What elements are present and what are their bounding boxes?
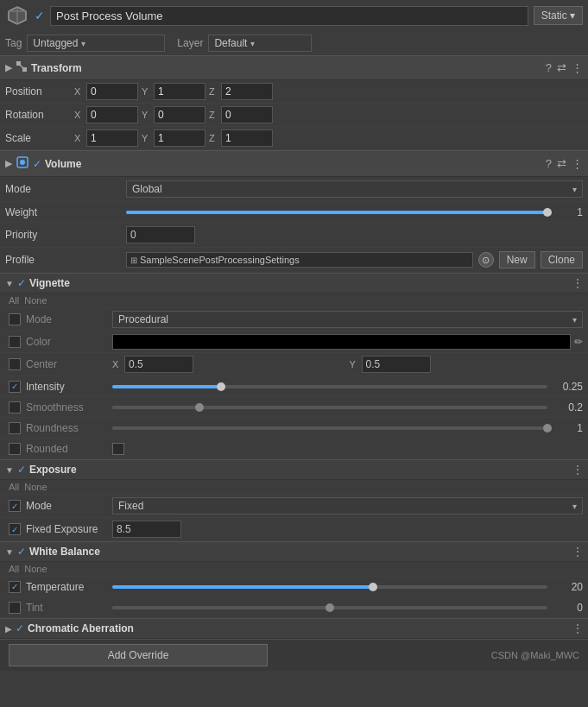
static-button[interactable]: Static ▾: [534, 6, 583, 25]
vignette-color-label: Color: [26, 336, 112, 348]
ca-arrow-icon[interactable]: ▶: [5, 624, 12, 634]
tag-value: Untagged: [33, 37, 78, 49]
transform-settings-icon[interactable]: ⇄: [557, 61, 566, 74]
transform-menu-icon[interactable]: ⋮: [572, 61, 583, 74]
fixed-exposure-input[interactable]: [112, 521, 181, 538]
vignette-none-label[interactable]: None: [24, 295, 47, 306]
vignette-intensity-checkbox[interactable]: [9, 381, 21, 393]
tag-dropdown[interactable]: Untagged ▾: [27, 35, 165, 52]
watermark: CSDN @Maki_MWC: [491, 650, 579, 660]
vignette-rounded-checkbox[interactable]: [9, 443, 21, 455]
vignette-center-checkbox[interactable]: [9, 358, 21, 370]
volume-menu-icon[interactable]: ⋮: [572, 157, 583, 170]
vignette-menu-icon[interactable]: ⋮: [572, 277, 583, 289]
vignette-mode-dropdown[interactable]: Procedural ▾: [112, 311, 583, 328]
roundness-slider[interactable]: [112, 426, 547, 430]
vignette-mode-checkbox[interactable]: [9, 313, 21, 325]
profile-circle-btn[interactable]: ⊙: [478, 252, 494, 268]
volume-collapse-icon[interactable]: ▶: [5, 158, 12, 169]
temperature-checkbox[interactable]: [9, 581, 21, 593]
vignette-roundness-checkbox[interactable]: [9, 422, 21, 434]
exposure-arrow-icon[interactable]: ▼: [5, 465, 14, 475]
exposure-mode-dropdown[interactable]: Fixed ▾: [112, 497, 583, 514]
vignette-color-checkbox[interactable]: [9, 336, 21, 348]
pos-x-input[interactable]: [86, 83, 138, 100]
fixed-exposure-checkbox[interactable]: [9, 523, 21, 535]
ca-checkbox[interactable]: ✓: [16, 622, 24, 634]
profile-new-button[interactable]: New: [499, 251, 535, 268]
white-balance-header: ▼ ✓ White Balance ⋮: [0, 541, 588, 562]
priority-input[interactable]: [126, 226, 195, 243]
ca-menu-icon[interactable]: ⋮: [572, 622, 583, 634]
wb-checkbox[interactable]: ✓: [17, 546, 26, 558]
vignette-roundness-row: Roundness 1: [0, 418, 588, 439]
wb-arrow-icon[interactable]: ▼: [5, 547, 14, 557]
rot-z-input[interactable]: [221, 106, 273, 123]
header-checkbox[interactable]: ✓: [35, 9, 45, 22]
tint-row: Tint 0: [0, 597, 588, 618]
volume-help-icon[interactable]: ?: [546, 157, 552, 170]
color-edit-icon[interactable]: ✏: [574, 336, 583, 348]
scale-x-input[interactable]: [86, 129, 138, 147]
vignette-smoothness-row: Smoothness 0.2: [0, 397, 588, 418]
exposure-header: ▼ ✓ Exposure ⋮: [0, 459, 588, 480]
weight-slider[interactable]: [126, 211, 547, 214]
temperature-slider[interactable]: [112, 585, 547, 589]
vignette-color-field[interactable]: [112, 334, 571, 350]
smoothness-slider[interactable]: [112, 406, 547, 409]
center-x-input[interactable]: [124, 356, 193, 373]
volume-weight-row: Weight 1: [0, 202, 588, 223]
wb-none-label[interactable]: None: [24, 564, 47, 574]
profile-clone-button[interactable]: Clone: [541, 251, 583, 268]
scale-z-letter: Z: [209, 133, 219, 143]
vignette-arrow-icon[interactable]: ▼: [5, 279, 14, 288]
rot-y-input[interactable]: [154, 106, 205, 123]
vignette-intensity-row: Intensity 0.25: [0, 376, 588, 397]
rot-x-input[interactable]: [86, 106, 138, 123]
exposure-none-label[interactable]: None: [24, 482, 47, 492]
vignette-mode-row: Mode Procedural ▾: [0, 308, 588, 331]
wb-menu-icon[interactable]: ⋮: [572, 546, 583, 558]
vignette-all-row: All None: [0, 294, 588, 308]
vignette-smoothness-checkbox[interactable]: [9, 401, 21, 413]
header-bar: ✓ Static ▾: [0, 0, 588, 31]
layer-dropdown[interactable]: Default ▾: [208, 35, 312, 52]
volume-checkbox[interactable]: ✓: [33, 158, 41, 170]
wb-all-row: All None: [0, 562, 588, 577]
scale-z-input[interactable]: [221, 129, 273, 147]
exposure-menu-icon[interactable]: ⋮: [572, 464, 583, 476]
volume-settings-icon[interactable]: ⇄: [557, 157, 566, 170]
tint-slider[interactable]: [112, 606, 547, 609]
scale-y-input[interactable]: [154, 129, 205, 147]
vignette-all-label[interactable]: All: [9, 295, 19, 306]
profile-name-field: ⊞ SampleScenePostProcessingSettings: [126, 252, 473, 268]
cube-icon: [5, 3, 29, 28]
wb-all-label[interactable]: All: [9, 564, 19, 574]
vignette-checkbox[interactable]: ✓: [17, 277, 26, 289]
intensity-value: 0.25: [553, 381, 583, 393]
pos-z-letter: Z: [209, 86, 219, 97]
intensity-slider[interactable]: [112, 385, 547, 388]
tint-checkbox[interactable]: [9, 602, 21, 614]
exposure-all-label[interactable]: All: [9, 482, 19, 492]
pos-y-input[interactable]: [154, 83, 205, 100]
transform-help-icon[interactable]: ?: [546, 61, 552, 74]
vignette-header: ▼ ✓ Vignette ⋮: [0, 273, 588, 294]
exposure-title: Exposure: [29, 464, 572, 476]
add-override-button[interactable]: Add Override: [9, 644, 268, 666]
rounded-toggle[interactable]: [112, 443, 124, 455]
exposure-checkbox[interactable]: ✓: [17, 464, 26, 476]
rotation-row: Rotation X Y Z: [0, 104, 588, 127]
exposure-mode-checkbox[interactable]: [9, 500, 21, 512]
object-title[interactable]: [50, 6, 528, 26]
pos-z-input[interactable]: [221, 83, 273, 100]
center-y-input[interactable]: [362, 356, 431, 373]
svg-point-7: [20, 160, 25, 165]
volume-weight-label: Weight: [5, 206, 126, 218]
tint-label: Tint: [26, 602, 112, 614]
transform-collapse-icon[interactable]: ▶: [5, 62, 12, 73]
center-y-letter: Y: [350, 359, 360, 369]
vignette-mode-value: Procedural: [118, 313, 168, 325]
volume-mode-dropdown[interactable]: Global ▾: [126, 180, 583, 198]
vignette-center-row: Center X Y: [0, 353, 588, 376]
